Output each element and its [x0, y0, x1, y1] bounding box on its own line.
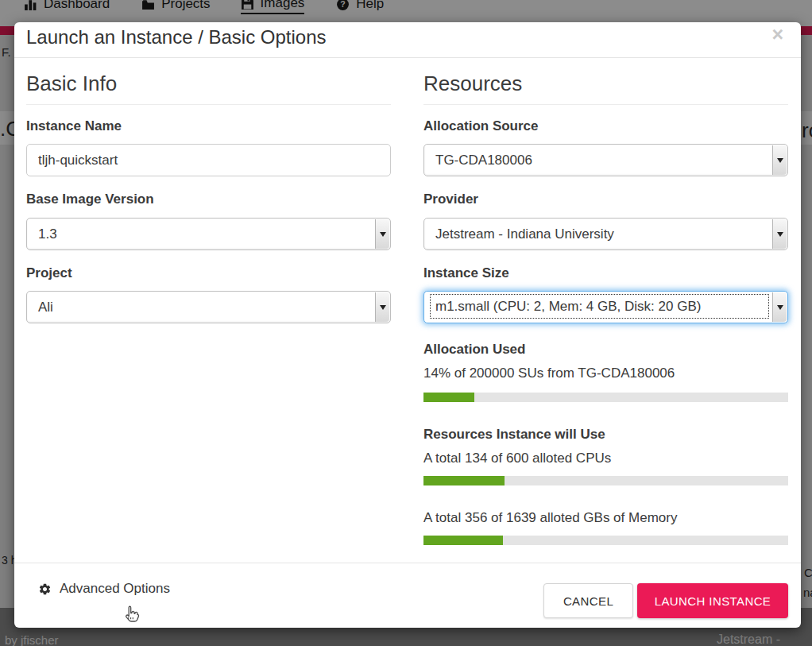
provider-label: Provider: [423, 191, 478, 207]
cpu-usage-progress-fill: [423, 476, 505, 485]
project-label: Project: [26, 265, 72, 281]
project-select[interactable]: Ali: [26, 291, 391, 323]
instance-size-label: Instance Size: [423, 265, 509, 281]
provider-select[interactable]: Jetstream - Indiana University: [423, 218, 788, 250]
chevron-down-icon: [772, 219, 787, 249]
instance-name-input[interactable]: [26, 144, 391, 176]
cpu-usage-progressbar: [423, 476, 788, 485]
resources-usage-heading: Resources Instance will Use: [423, 427, 605, 443]
allocation-source-label: Allocation Source: [423, 118, 539, 134]
allocation-used-progressbar: [423, 393, 788, 402]
allocation-source-select[interactable]: TG-CDA180006: [423, 144, 788, 176]
instance-name-label: Instance Name: [26, 118, 122, 134]
modal-title: Launch an Instance / Basic Options: [26, 26, 327, 48]
screen: Dashboard Projects Images ? Help F. .C r…: [0, 0, 812, 646]
memory-usage-text: A total 356 of 1639 alloted GBs of Memor…: [423, 510, 677, 526]
chevron-down-icon: [772, 292, 787, 322]
base-image-version-value: 1.3: [38, 219, 368, 250]
provider-value: Jetstream - Indiana University: [435, 219, 765, 250]
allocation-used-heading: Allocation Used: [423, 342, 525, 358]
cpu-usage-text: A total 134 of 600 alloted CPUs: [423, 451, 611, 466]
allocation-used-text: 14% of 200000 SUs from TG-CDA180006: [423, 366, 675, 381]
launch-instance-button[interactable]: LAUNCH INSTANCE: [637, 583, 788, 618]
chevron-down-icon: [772, 145, 787, 175]
project-value: Ali: [38, 292, 368, 323]
chevron-down-icon: [375, 219, 389, 249]
launch-instance-modal: Launch an Instance / Basic Options × Bas…: [14, 22, 801, 628]
close-icon[interactable]: ×: [771, 25, 783, 44]
base-image-version-label: Base Image Version: [26, 191, 154, 207]
memory-usage-progress-fill: [423, 536, 503, 545]
advanced-options-link[interactable]: Advanced Options: [38, 581, 170, 597]
resources-heading: Resources: [423, 72, 788, 105]
gear-icon: [38, 582, 52, 596]
advanced-options-label: Advanced Options: [60, 581, 170, 597]
memory-usage-progressbar: [423, 536, 788, 545]
allocation-source-value: TG-CDA180006: [435, 145, 765, 176]
modal-header: Launch an Instance / Basic Options ×: [14, 22, 801, 58]
mouse-cursor-hand-icon: [121, 604, 141, 625]
base-image-version-select[interactable]: 1.3: [26, 218, 391, 250]
instance-size-select[interactable]: m1.small (CPU: 2, Mem: 4 GB, Disk: 20 GB…: [423, 291, 788, 323]
instance-size-value: m1.small (CPU: 2, Mem: 4 GB, Disk: 20 GB…: [431, 295, 768, 318]
chevron-down-icon: [375, 292, 389, 322]
basic-info-heading: Basic Info: [26, 72, 391, 105]
cancel-button[interactable]: CANCEL: [543, 583, 633, 618]
allocation-used-progress-fill: [423, 393, 474, 402]
